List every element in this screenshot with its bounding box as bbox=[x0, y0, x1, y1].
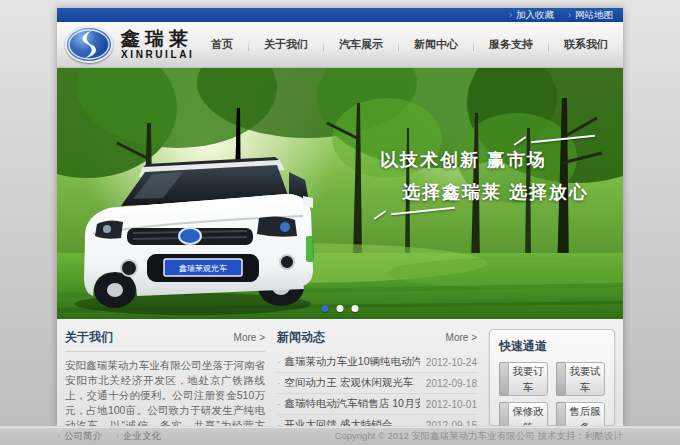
nav-news[interactable]: 新闻中心 bbox=[399, 37, 473, 52]
news-item[interactable]: · 鑫瑞莱动力车业10辆纯电动汽车正式下线 2012-10-24 bbox=[277, 352, 477, 373]
news-item[interactable]: · 空间动力王 宏观休闲观光车 2012-09-18 bbox=[277, 373, 477, 394]
footer-company-profile-link[interactable]: ›公司简介 bbox=[57, 430, 102, 443]
footer-links: ›公司简介 ›企业文化 bbox=[57, 430, 161, 443]
link-bullet-icon: › bbox=[568, 10, 571, 20]
banner-slogan: 以技术创新 赢市场 选择鑫瑞莱 选择放心 bbox=[380, 148, 589, 204]
logo-name-cn: 鑫瑞莱 bbox=[121, 29, 194, 48]
site-header: 鑫瑞莱 XINRUILAI 首页 关于我们 汽车展示 新闻中心 服务支持 联系我… bbox=[57, 22, 623, 68]
quick-links-title: 快速通道 bbox=[499, 338, 605, 355]
slider-dot-1[interactable] bbox=[322, 305, 329, 312]
favorites-link[interactable]: ›加入收藏 bbox=[509, 9, 554, 22]
content-area: 关于我们 More > 安阳鑫瑞莱动力车业有限公司坐落于河南省安阳市北关经济开发… bbox=[57, 319, 623, 428]
link-bullet-icon: › bbox=[116, 431, 119, 441]
news-section: 新闻动态 More > · 鑫瑞莱动力车业10辆纯电动汽车正式下线 2012-1… bbox=[277, 329, 477, 428]
logo-emblem-icon bbox=[65, 26, 113, 63]
divider bbox=[65, 351, 265, 352]
nav-about[interactable]: 关于我们 bbox=[249, 37, 323, 52]
about-title: 关于我们 bbox=[65, 329, 113, 346]
quick-links-panel: 快速通道 我要订车 我要试车 保修政策 bbox=[489, 329, 615, 426]
slider-dot-3[interactable] bbox=[352, 305, 359, 312]
about-more-link[interactable]: More > bbox=[234, 332, 265, 343]
slogan-line1: 以技术创新 赢市场 bbox=[380, 148, 589, 172]
button-tab-icon bbox=[499, 362, 508, 396]
sitemap-link[interactable]: ›网站地图 bbox=[568, 9, 613, 22]
test-drive-button[interactable]: 我要试车 bbox=[556, 362, 605, 396]
about-section: 关于我们 More > 安阳鑫瑞莱动力车业有限公司坐落于河南省安阳市北关经济开发… bbox=[65, 329, 265, 428]
footer-culture-link[interactable]: ›企业文化 bbox=[116, 430, 161, 443]
nav-service[interactable]: 服务支持 bbox=[474, 37, 548, 52]
hero-banner: 鑫瑞莱观光车 以技术创新 赢市场 选择鑫瑞莱 选择放心 bbox=[57, 68, 623, 319]
copyright-text: Copyright © 2012 安阳鑫瑞莱动力车业有限公司 技术支持：利酷设计 bbox=[335, 430, 623, 443]
news-more-link[interactable]: More > bbox=[446, 332, 477, 343]
list-bullet-icon: · bbox=[277, 378, 280, 389]
news-list: · 鑫瑞莱动力车业10辆纯电动汽车正式下线 2012-10-24 · 空间动力王… bbox=[277, 352, 477, 436]
car-photo: 鑫瑞莱观光车 bbox=[63, 144, 315, 316]
news-item[interactable]: · 鑫瑞特电动汽车销售店 10月安阳华联开业 2012-10-01 bbox=[277, 394, 477, 415]
list-bullet-icon: · bbox=[277, 357, 280, 368]
news-date: 2012-10-24 bbox=[426, 357, 477, 368]
slider-dot-2[interactable] bbox=[337, 305, 344, 312]
nav-contact[interactable]: 联系我们 bbox=[549, 37, 623, 52]
news-title: 新闻动态 bbox=[277, 329, 325, 346]
order-car-button[interactable]: 我要订车 bbox=[499, 362, 548, 396]
nav-cars[interactable]: 汽车展示 bbox=[324, 37, 398, 52]
news-date: 2012-09-18 bbox=[426, 378, 477, 389]
logo-name-en: XINRUILAI bbox=[121, 50, 194, 60]
top-utility-bar: ›加入收藏 ›网站地图 bbox=[57, 8, 623, 22]
button-tab-icon bbox=[556, 362, 565, 396]
logo[interactable]: 鑫瑞莱 XINRUILAI bbox=[65, 26, 194, 63]
slider-dots bbox=[322, 305, 359, 312]
slogan-line2: 选择鑫瑞莱 选择放心 bbox=[402, 180, 589, 204]
license-plate-text: 鑫瑞莱观光车 bbox=[179, 264, 227, 273]
link-bullet-icon: › bbox=[57, 431, 60, 441]
news-date: 2012-10-01 bbox=[426, 399, 477, 410]
page: ›加入收藏 ›网站地图 鑫瑞莱 XINRUILAI 首页 关于我们 bbox=[0, 0, 680, 445]
link-bullet-icon: › bbox=[509, 10, 512, 20]
page-container: ›加入收藏 ›网站地图 鑫瑞莱 XINRUILAI 首页 关于我们 bbox=[57, 8, 623, 427]
footer: ›公司简介 ›企业文化 Copyright © 2012 安阳鑫瑞莱动力车业有限… bbox=[0, 426, 680, 445]
list-bullet-icon: · bbox=[277, 399, 280, 410]
main-nav: 首页 关于我们 汽车展示 新闻中心 服务支持 联系我们 bbox=[196, 22, 623, 67]
nav-home[interactable]: 首页 bbox=[196, 37, 248, 52]
logo-text: 鑫瑞莱 XINRUILAI bbox=[121, 29, 194, 60]
